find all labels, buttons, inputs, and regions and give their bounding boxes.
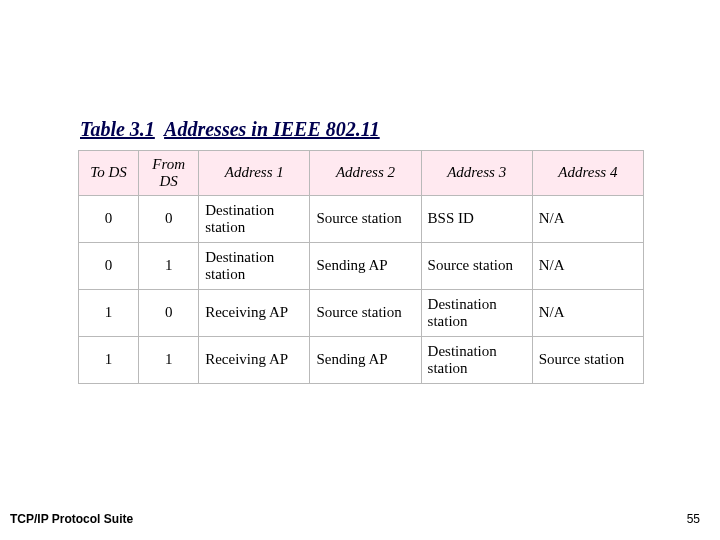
cell-addr4: N/A bbox=[532, 243, 643, 290]
cell-to-ds: 0 bbox=[79, 196, 139, 243]
table-row: 0 0 Destination station Source station B… bbox=[79, 196, 644, 243]
cell-to-ds: 1 bbox=[79, 337, 139, 384]
cell-addr2: Source station bbox=[310, 290, 421, 337]
col-header-from-ds: From DS bbox=[139, 151, 199, 196]
cell-from-ds: 1 bbox=[139, 243, 199, 290]
cell-addr4: Source station bbox=[532, 337, 643, 384]
cell-addr2: Source station bbox=[310, 196, 421, 243]
address-table: To DS From DS Address 1 Address 2 Addres… bbox=[78, 150, 644, 384]
cell-addr3: BSS ID bbox=[421, 196, 532, 243]
col-header-addr1: Address 1 bbox=[199, 151, 310, 196]
footer-source: TCP/IP Protocol Suite bbox=[10, 512, 133, 526]
cell-addr2: Sending AP bbox=[310, 243, 421, 290]
slide: Table 3.1 Addresses in IEEE 802.11 To DS… bbox=[0, 0, 720, 540]
cell-from-ds: 0 bbox=[139, 196, 199, 243]
cell-addr4: N/A bbox=[532, 196, 643, 243]
table-title: Addresses in IEEE 802.11 bbox=[164, 118, 380, 140]
cell-addr3: Source station bbox=[421, 243, 532, 290]
cell-addr1: Receiving AP bbox=[199, 290, 310, 337]
cell-from-ds: 1 bbox=[139, 337, 199, 384]
col-header-addr4: Address 4 bbox=[532, 151, 643, 196]
cell-addr2: Sending AP bbox=[310, 337, 421, 384]
table-row: 1 1 Receiving AP Sending AP Destination … bbox=[79, 337, 644, 384]
cell-addr3: Destination station bbox=[421, 337, 532, 384]
col-header-to-ds: To DS bbox=[79, 151, 139, 196]
table-caption: Table 3.1 Addresses in IEEE 802.11 bbox=[80, 118, 380, 141]
table-number: Table 3.1 bbox=[80, 118, 155, 140]
cell-from-ds: 0 bbox=[139, 290, 199, 337]
cell-addr1: Destination station bbox=[199, 243, 310, 290]
cell-addr3: Destination station bbox=[421, 290, 532, 337]
table-row: 0 1 Destination station Sending AP Sourc… bbox=[79, 243, 644, 290]
cell-addr1: Destination station bbox=[199, 196, 310, 243]
cell-to-ds: 0 bbox=[79, 243, 139, 290]
table-header-row: To DS From DS Address 1 Address 2 Addres… bbox=[79, 151, 644, 196]
table-row: 1 0 Receiving AP Source station Destinat… bbox=[79, 290, 644, 337]
cell-addr1: Receiving AP bbox=[199, 337, 310, 384]
page-number: 55 bbox=[687, 512, 700, 526]
cell-to-ds: 1 bbox=[79, 290, 139, 337]
cell-addr4: N/A bbox=[532, 290, 643, 337]
col-header-addr3: Address 3 bbox=[421, 151, 532, 196]
col-header-addr2: Address 2 bbox=[310, 151, 421, 196]
